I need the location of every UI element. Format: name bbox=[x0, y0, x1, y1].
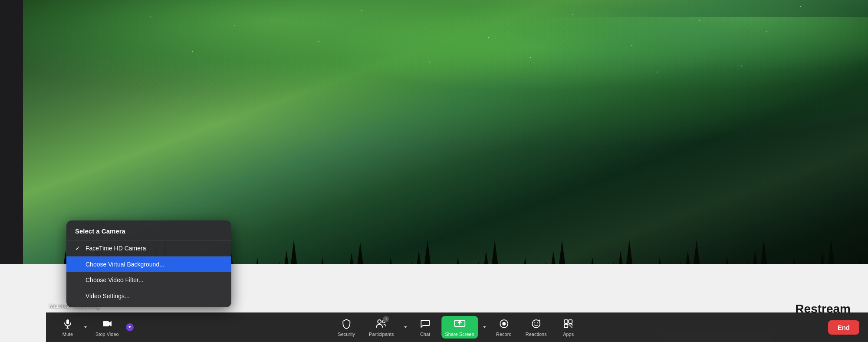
svg-rect-136 bbox=[569, 320, 572, 323]
stop-video-label: Stop Video bbox=[95, 332, 119, 337]
share-screen-label: Share Screen bbox=[445, 332, 474, 337]
chat-button[interactable]: Chat bbox=[412, 316, 438, 339]
end-button[interactable]: End bbox=[828, 320, 859, 335]
mute-chevron[interactable] bbox=[82, 323, 89, 331]
security-button[interactable]: Security bbox=[332, 316, 360, 339]
toolbar-left: Mute Stop Video bbox=[55, 316, 134, 339]
stars-layer bbox=[23, 0, 868, 205]
svg-rect-135 bbox=[565, 320, 568, 323]
mute-button[interactable]: Mute bbox=[55, 316, 81, 339]
mic-icon bbox=[62, 318, 74, 330]
mute-label: Mute bbox=[62, 332, 73, 337]
svg-rect-116 bbox=[66, 319, 69, 324]
checkmark-icon: ✓ bbox=[75, 245, 82, 252]
svg-text:+: + bbox=[539, 319, 540, 322]
camera-option-facetime-label: FaceTime HD Camera bbox=[85, 245, 146, 252]
svg-point-130 bbox=[502, 322, 506, 326]
apps-icon bbox=[562, 318, 575, 330]
people-icon: 1 bbox=[375, 318, 388, 330]
record-label: Record bbox=[496, 332, 511, 337]
svg-rect-120 bbox=[103, 321, 109, 326]
shield-icon bbox=[340, 318, 352, 330]
apps-label: Apps bbox=[563, 332, 574, 337]
toolbar: Mute Stop Video bbox=[46, 312, 868, 342]
svg-marker-128 bbox=[483, 326, 486, 328]
chat-label: Chat bbox=[420, 332, 430, 337]
participants-chevron[interactable] bbox=[403, 323, 409, 331]
svg-point-123 bbox=[378, 320, 381, 323]
camera-option-video-settings[interactable]: Video Settings... bbox=[66, 288, 231, 304]
chat-icon bbox=[419, 318, 431, 330]
toolbar-center: Security 1 Participants bbox=[332, 316, 581, 339]
share-screen-chevron[interactable] bbox=[481, 323, 487, 331]
svg-marker-122 bbox=[128, 326, 131, 328]
participants-count-badge: 1 bbox=[383, 316, 389, 322]
camera-option-facetime[interactable]: ✓ FaceTime HD Camera bbox=[66, 240, 231, 256]
camera-option-video-filter-label: Choose Video Filter... bbox=[85, 276, 144, 283]
svg-marker-119 bbox=[84, 326, 87, 328]
participants-label: Participants bbox=[369, 332, 394, 337]
security-label: Security bbox=[338, 332, 355, 337]
svg-marker-121 bbox=[109, 321, 112, 326]
reactions-label: Reactions bbox=[526, 332, 547, 337]
emoji-icon: + bbox=[530, 318, 542, 330]
dropdown-title: Select a Camera bbox=[66, 224, 231, 240]
svg-point-133 bbox=[537, 322, 538, 323]
participants-button[interactable]: 1 Participants bbox=[364, 316, 399, 339]
share-screen-icon bbox=[454, 318, 466, 330]
reactions-button[interactable]: + Reactions bbox=[520, 316, 552, 339]
stop-video-button[interactable]: Stop Video bbox=[90, 316, 124, 339]
svg-marker-125 bbox=[404, 326, 407, 328]
svg-point-132 bbox=[534, 322, 535, 323]
record-button[interactable]: Record bbox=[491, 316, 517, 339]
camera-option-virtual-bg-label: Choose Virtual Background... bbox=[85, 261, 164, 268]
apps-button[interactable]: Apps bbox=[556, 316, 582, 339]
camera-option-video-settings-label: Video Settings... bbox=[85, 293, 130, 299]
record-icon bbox=[498, 318, 510, 330]
share-screen-button[interactable]: Share Screen bbox=[442, 316, 478, 339]
camera-dropdown: Select a Camera ✓ FaceTime HD Camera Cho… bbox=[66, 220, 231, 307]
svg-rect-137 bbox=[565, 324, 568, 328]
stop-video-chevron[interactable] bbox=[126, 323, 134, 331]
video-icon bbox=[101, 318, 113, 330]
toolbar-right: End bbox=[828, 320, 859, 335]
camera-option-video-filter[interactable]: Choose Video Filter... bbox=[66, 272, 231, 288]
camera-option-virtual-bg[interactable]: Choose Virtual Background... bbox=[66, 256, 231, 272]
